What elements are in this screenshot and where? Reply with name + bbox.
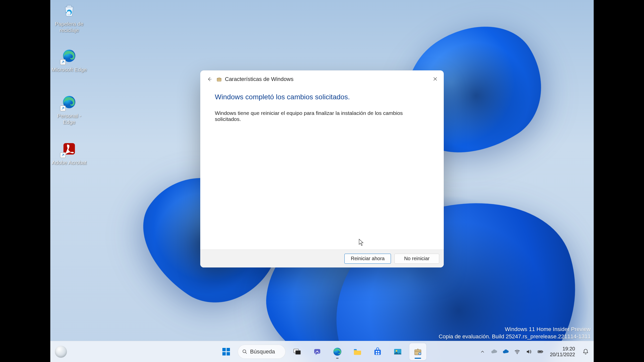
desktop-icon-edge-personal[interactable]: Personal - Edge xyxy=(50,93,88,125)
taskbar-search-placeholder: Búsqueda xyxy=(250,348,275,355)
chat-icon xyxy=(313,347,322,356)
folder-icon xyxy=(353,347,362,356)
taskbar-store[interactable] xyxy=(369,343,386,360)
arrow-left-icon xyxy=(207,76,213,82)
recycle-bin-icon xyxy=(60,1,78,19)
shortcut-badge-icon xyxy=(60,59,66,65)
taskbar-photos[interactable] xyxy=(389,343,406,360)
taskbar-search[interactable]: Búsqueda xyxy=(238,345,286,359)
edge-icon xyxy=(60,93,78,111)
desktop-icon-label: Papelera de reciclaje xyxy=(50,21,88,33)
close-icon xyxy=(433,76,438,81)
tray-onedrive[interactable] xyxy=(502,348,509,355)
tray-overflow[interactable] xyxy=(479,348,486,355)
restart-now-button[interactable]: Reiniciar ahora xyxy=(344,254,391,264)
taskbar-task-view[interactable] xyxy=(289,343,306,360)
start-button[interactable] xyxy=(218,343,235,360)
bell-icon xyxy=(582,348,589,355)
desktop-icon-label: Adobe Acrobat xyxy=(50,159,88,166)
desktop-icon-label: Personal - Edge xyxy=(50,113,88,125)
desktop-icon-edge[interactable]: Microsoft Edge xyxy=(50,47,88,73)
watermark-line2: Copia de evaluación. Build 25247.rs_prer… xyxy=(439,333,591,340)
taskbar-clock[interactable]: 19:20 20/11/2022 xyxy=(548,346,577,357)
chevron-up-icon xyxy=(480,349,485,354)
svg-rect-3 xyxy=(217,78,221,81)
tray-onedrive-grey[interactable] xyxy=(491,348,498,355)
svg-point-24 xyxy=(517,353,517,354)
watermark-line1: Windows 11 Home Insider Preview xyxy=(439,326,591,333)
wifi-icon xyxy=(514,349,520,355)
dialog-back-button[interactable] xyxy=(205,74,214,84)
windows-logo-icon xyxy=(221,347,231,357)
taskbar-chat[interactable] xyxy=(309,343,326,360)
svg-rect-4 xyxy=(222,348,226,351)
desktop-icon-acrobat[interactable]: Adobe Acrobat xyxy=(50,140,88,166)
desktop[interactable]: Papelera de reciclaje Microsoft Edge Per… xyxy=(50,0,594,362)
dialog-message: Windows tiene que reiniciar el equipo pa… xyxy=(215,110,429,122)
svg-rect-14 xyxy=(374,350,381,355)
edge-icon xyxy=(60,47,78,65)
package-icon xyxy=(216,76,222,82)
taskbar: Búsqueda xyxy=(50,341,594,362)
clock-date: 20/11/2022 xyxy=(550,352,575,357)
tray-wifi[interactable] xyxy=(514,348,521,355)
svg-rect-26 xyxy=(543,351,543,352)
tray-volume[interactable] xyxy=(525,348,532,355)
dialog-footer: Reiniciar ahora No reiniciar xyxy=(200,249,444,267)
shortcut-badge-icon xyxy=(60,152,66,158)
store-icon xyxy=(373,347,382,356)
svg-rect-16 xyxy=(378,351,380,352)
cloud-icon xyxy=(491,348,497,355)
svg-rect-18 xyxy=(378,353,380,354)
svg-point-20 xyxy=(396,350,397,351)
dont-restart-button[interactable]: No reiniciar xyxy=(394,254,439,264)
task-view-icon xyxy=(293,347,302,356)
svg-rect-15 xyxy=(376,351,377,352)
svg-rect-23 xyxy=(419,353,421,354)
taskbar-notifications[interactable] xyxy=(581,347,590,356)
package-icon xyxy=(413,347,423,356)
svg-rect-10 xyxy=(296,350,301,354)
taskbar-orb-icon[interactable] xyxy=(55,346,67,358)
dialog-heading: Windows completó los cambios solicitados… xyxy=(215,93,429,101)
photos-icon xyxy=(393,347,403,356)
dialog-title: Características de Windows xyxy=(225,76,294,82)
desktop-icon-label: Microsoft Edge xyxy=(50,66,88,73)
taskbar-center: Búsqueda xyxy=(218,343,426,360)
acrobat-icon xyxy=(60,140,78,158)
taskbar-windows-features[interactable] xyxy=(409,343,426,360)
volume-icon xyxy=(526,349,532,355)
desktop-icon-recycle-bin[interactable]: Papelera de reciclaje xyxy=(50,1,88,33)
windows-features-dialog: Características de Windows Windows compl… xyxy=(200,70,444,267)
clock-time: 19:20 xyxy=(550,346,575,352)
taskbar-tray: 19:20 20/11/2022 xyxy=(479,346,590,357)
edge-icon xyxy=(333,347,342,356)
taskbar-edge[interactable] xyxy=(329,343,346,360)
shortcut-badge-icon xyxy=(60,106,66,111)
search-icon xyxy=(242,349,248,354)
svg-rect-6 xyxy=(222,352,226,355)
insider-watermark: Windows 11 Home Insider Preview Copia de… xyxy=(439,326,591,340)
svg-rect-5 xyxy=(227,348,230,351)
svg-rect-7 xyxy=(227,352,230,355)
dialog-close-button[interactable] xyxy=(430,73,441,84)
svg-rect-27 xyxy=(538,351,542,352)
svg-rect-17 xyxy=(376,353,377,354)
tray-battery[interactable] xyxy=(537,348,544,355)
battery-icon xyxy=(537,348,544,355)
cloud-icon xyxy=(502,348,509,355)
taskbar-file-explorer[interactable] xyxy=(349,343,366,360)
